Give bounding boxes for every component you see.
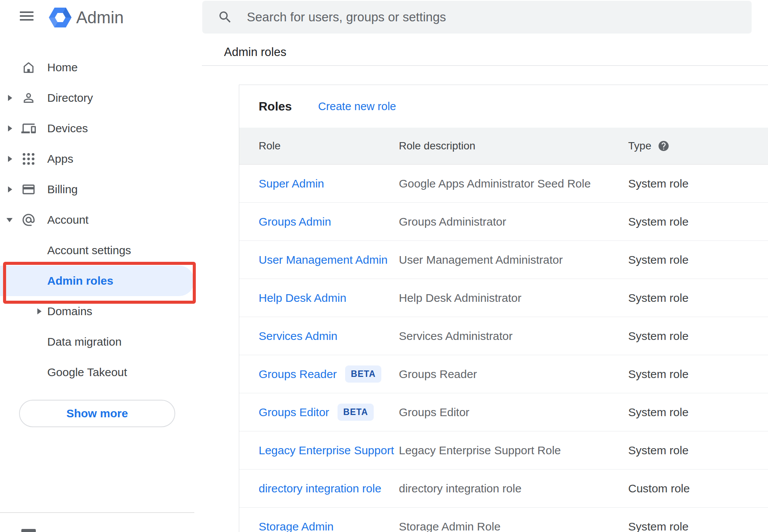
role-type-cell: System role bbox=[628, 520, 742, 532]
role-type-cell: Custom role bbox=[628, 482, 742, 495]
role-cell: Super Admin bbox=[239, 177, 399, 190]
at-sign-icon bbox=[21, 213, 36, 227]
sidebar-item-label: Apps bbox=[47, 152, 73, 165]
menu-icon[interactable] bbox=[20, 11, 34, 21]
role-link[interactable]: Groups Admin bbox=[259, 215, 331, 228]
table-row: Help Desk AdminHelp Desk AdministratorSy… bbox=[239, 279, 768, 317]
beta-badge: BETA bbox=[345, 365, 381, 383]
admin-logo-icon bbox=[49, 8, 72, 29]
table-row: Groups AdminGroups AdministratorSystem r… bbox=[239, 203, 768, 241]
sidebar-divider bbox=[0, 512, 194, 513]
roles-card-header: Roles Create new role bbox=[239, 85, 768, 128]
role-link[interactable]: Help Desk Admin bbox=[259, 292, 346, 304]
sidebar-item-label: Domains bbox=[47, 305, 92, 318]
sidebar-item-billing[interactable]: Billing bbox=[0, 174, 202, 205]
beta-badge: BETA bbox=[338, 404, 374, 421]
credit-card-icon bbox=[21, 182, 36, 197]
role-description-cell: Legacy Enterprise Support Role bbox=[399, 444, 628, 457]
role-link[interactable]: Legacy Enterprise Support bbox=[259, 444, 394, 457]
chevron-right-icon[interactable] bbox=[37, 308, 42, 314]
role-link[interactable]: Groups Reader bbox=[259, 368, 337, 381]
sidebar-item-data-migration[interactable]: Data migration bbox=[0, 327, 202, 357]
role-description-cell: Groups Reader bbox=[399, 368, 628, 381]
help-icon[interactable] bbox=[658, 140, 670, 152]
sidebar-item-domains[interactable]: Domains bbox=[0, 296, 202, 327]
role-cell: Legacy Enterprise Support bbox=[239, 444, 399, 457]
role-description-cell: Services Administrator bbox=[399, 330, 628, 343]
table-row: User Management AdminUser Management Adm… bbox=[239, 241, 768, 279]
home-icon bbox=[21, 60, 36, 75]
sidebar-item-label: Account settings bbox=[47, 244, 131, 257]
role-cell: Groups EditorBETA bbox=[239, 404, 399, 421]
chevron-right-icon[interactable] bbox=[8, 186, 12, 192]
role-type-cell: System role bbox=[628, 253, 742, 266]
breadcrumb-divider bbox=[202, 65, 768, 66]
sidebar-nav: HomeDirectoryDevicesAppsBillingAccountAc… bbox=[0, 52, 202, 388]
role-cell: directory integration role bbox=[239, 482, 399, 495]
role-cell: User Management Admin bbox=[239, 253, 399, 266]
chevron-down-icon[interactable] bbox=[6, 218, 13, 222]
cutoff-icon bbox=[21, 529, 36, 532]
role-cell: Storage Admin bbox=[239, 520, 399, 532]
table-row: Services AdminServices AdministratorSyst… bbox=[239, 317, 768, 355]
sidebar-item-home[interactable]: Home bbox=[0, 52, 202, 83]
role-link[interactable]: Storage Admin bbox=[259, 520, 334, 532]
show-more-button[interactable]: Show more bbox=[19, 400, 175, 427]
search-input[interactable] bbox=[247, 1, 723, 34]
sidebar-item-label: Account bbox=[47, 213, 88, 226]
sidebar-item-label: Directory bbox=[47, 91, 93, 104]
search-bar[interactable] bbox=[202, 1, 752, 34]
sidebar-item-directory[interactable]: Directory bbox=[0, 83, 202, 113]
table-row: Storage AdminStorage Admin RoleSystem ro… bbox=[239, 508, 768, 532]
sidebar: Admin HomeDirectoryDevicesAppsBillingAcc… bbox=[0, 0, 202, 532]
sidebar-item-account-settings[interactable]: Account settings bbox=[0, 235, 202, 266]
role-type-cell: System role bbox=[628, 444, 742, 457]
sidebar-item-apps[interactable]: Apps bbox=[0, 144, 202, 174]
sidebar-item-label: Admin roles bbox=[47, 274, 113, 287]
role-description-cell: User Management Administrator bbox=[399, 253, 628, 266]
role-description-cell: directory integration role bbox=[399, 482, 628, 495]
roles-card: Roles Create new role Role Role descript… bbox=[239, 85, 768, 532]
sidebar-item-account[interactable]: Account bbox=[0, 205, 202, 235]
table-row: Groups EditorBETAGroups EditorSystem rol… bbox=[239, 393, 768, 431]
person-icon bbox=[21, 91, 36, 105]
role-type-cell: System role bbox=[628, 177, 742, 190]
role-type-cell: System role bbox=[628, 215, 742, 228]
chevron-right-icon[interactable] bbox=[8, 156, 12, 162]
chevron-right-icon[interactable] bbox=[8, 125, 12, 131]
table-row: directory integration roledirectory inte… bbox=[239, 470, 768, 508]
breadcrumb: Admin roles bbox=[224, 36, 286, 68]
table-row: Super AdminGoogle Apps Administrator See… bbox=[239, 165, 768, 203]
create-new-role-link[interactable]: Create new role bbox=[318, 85, 396, 128]
roles-title: Roles bbox=[259, 85, 292, 128]
roles-table-body: Super AdminGoogle Apps Administrator See… bbox=[239, 165, 768, 532]
role-cell: Groups Admin bbox=[239, 215, 399, 228]
role-link[interactable]: Super Admin bbox=[259, 177, 324, 190]
devices-icon bbox=[21, 121, 36, 136]
sidebar-item-label: Billing bbox=[47, 183, 78, 196]
role-link[interactable]: User Management Admin bbox=[259, 253, 388, 266]
column-header-description: Role description bbox=[399, 140, 628, 152]
chevron-right-icon[interactable] bbox=[8, 95, 12, 101]
role-type-cell: System role bbox=[628, 368, 742, 381]
column-header-type: Type bbox=[628, 140, 742, 152]
sidebar-item-label: Devices bbox=[47, 122, 88, 135]
apps-grid-icon bbox=[21, 152, 36, 166]
role-cell: Groups ReaderBETA bbox=[239, 365, 399, 383]
search-icon bbox=[218, 10, 233, 25]
role-link[interactable]: directory integration role bbox=[259, 482, 381, 495]
role-type-cell: System role bbox=[628, 292, 742, 304]
sidebar-item-google-takeout[interactable]: Google Takeout bbox=[0, 357, 202, 388]
role-description-cell: Storage Admin Role bbox=[399, 520, 628, 532]
role-type-cell: System role bbox=[628, 406, 742, 419]
table-row: Legacy Enterprise SupportLegacy Enterpri… bbox=[239, 431, 768, 470]
role-description-cell: Groups Editor bbox=[399, 406, 628, 419]
sidebar-item-label: Google Takeout bbox=[47, 366, 127, 379]
role-description-cell: Google Apps Administrator Seed Role bbox=[399, 177, 628, 190]
app-title: Admin bbox=[76, 0, 124, 35]
role-link[interactable]: Services Admin bbox=[259, 330, 338, 343]
sidebar-item-admin-roles[interactable]: Admin roles bbox=[0, 266, 202, 296]
sidebar-item-devices[interactable]: Devices bbox=[0, 113, 202, 144]
role-link[interactable]: Groups Editor bbox=[259, 406, 329, 419]
table-row: Groups ReaderBETAGroups ReaderSystem rol… bbox=[239, 355, 768, 393]
